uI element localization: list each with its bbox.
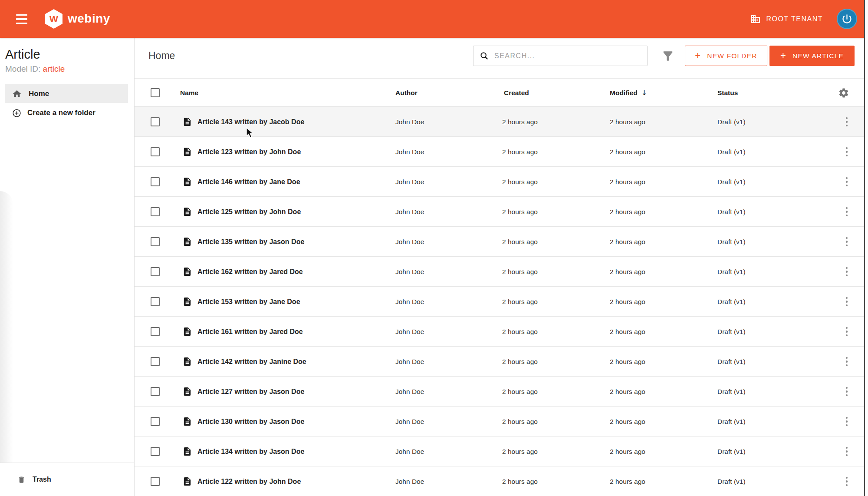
row-name[interactable]: Article 123 written by John Doe bbox=[197, 137, 301, 167]
sidebar-item-home[interactable]: Home bbox=[5, 84, 128, 103]
column-header-created[interactable]: Created bbox=[504, 79, 529, 107]
document-icon bbox=[182, 147, 192, 157]
row-checkbox[interactable] bbox=[151, 207, 160, 216]
tenant-selector[interactable]: ROOT TENANT bbox=[750, 0, 823, 38]
row-name[interactable]: Article 161 written by Jared Doe bbox=[197, 317, 303, 347]
row-name[interactable]: Article 127 written by Jason Doe bbox=[197, 377, 304, 407]
column-header-author[interactable]: Author bbox=[395, 79, 418, 107]
row-checkbox[interactable] bbox=[151, 177, 160, 186]
toolbar: Home + NEW FOLDER + NEW ARTICLE bbox=[135, 38, 864, 79]
table-row[interactable]: Article 130 written by Jason Doe John Do… bbox=[135, 407, 864, 436]
row-name[interactable]: Article 162 written by Jared Doe bbox=[197, 257, 303, 287]
row-actions-kebab-icon[interactable] bbox=[843, 354, 851, 369]
row-checkbox[interactable] bbox=[151, 147, 160, 156]
row-name[interactable]: Article 134 written by Jason Doe bbox=[197, 436, 304, 466]
row-modified: 2 hours ago bbox=[610, 137, 645, 167]
search-input[interactable] bbox=[494, 52, 647, 60]
new-article-button[interactable]: + NEW ARTICLE bbox=[769, 46, 855, 66]
row-name[interactable]: Article 125 written by John Doe bbox=[197, 197, 301, 227]
row-checkbox[interactable] bbox=[151, 447, 160, 456]
table-row[interactable]: Article 123 written by John Doe John Doe… bbox=[135, 137, 864, 167]
row-checkbox[interactable] bbox=[151, 417, 160, 426]
table-settings-gear-icon[interactable] bbox=[838, 87, 849, 99]
row-modified: 2 hours ago bbox=[610, 167, 645, 197]
row-modified: 2 hours ago bbox=[610, 257, 645, 287]
model-id-label: Model ID: bbox=[5, 64, 40, 73]
new-article-label: NEW ARTICLE bbox=[792, 52, 844, 60]
row-name[interactable]: Article 153 written by Jane Doe bbox=[197, 287, 300, 317]
row-actions-kebab-icon[interactable] bbox=[843, 205, 851, 219]
scrollbar[interactable] bbox=[864, 0, 868, 496]
table-row[interactable]: Article 146 written by Jane Doe John Doe… bbox=[135, 167, 864, 197]
row-modified: 2 hours ago bbox=[610, 407, 645, 436]
user-avatar[interactable] bbox=[837, 9, 857, 29]
row-actions-kebab-icon[interactable] bbox=[843, 324, 851, 339]
row-name[interactable]: Article 135 written by Jason Doe bbox=[197, 227, 304, 257]
row-actions-kebab-icon[interactable] bbox=[843, 444, 851, 459]
row-actions-kebab-icon[interactable] bbox=[843, 145, 851, 159]
filter-icon[interactable] bbox=[661, 49, 675, 63]
row-modified: 2 hours ago bbox=[610, 317, 645, 347]
table-header: Name Author Created Modified ↓ Status bbox=[135, 79, 864, 107]
row-actions-kebab-icon[interactable] bbox=[843, 384, 851, 399]
search-box[interactable] bbox=[473, 46, 648, 66]
row-actions-kebab-icon[interactable] bbox=[843, 294, 851, 309]
row-checkbox[interactable] bbox=[151, 327, 160, 336]
column-header-modified-label: Modified bbox=[610, 89, 638, 97]
row-name[interactable]: Article 130 written by Jason Doe bbox=[197, 407, 304, 436]
document-icon bbox=[182, 117, 192, 127]
row-checkbox[interactable] bbox=[151, 237, 160, 246]
column-header-name[interactable]: Name bbox=[180, 79, 198, 107]
document-icon bbox=[182, 387, 192, 397]
table-row[interactable]: Article 135 written by Jason Doe John Do… bbox=[135, 227, 864, 257]
row-checkbox[interactable] bbox=[151, 477, 160, 486]
model-id-value[interactable]: article bbox=[43, 64, 65, 73]
column-header-status[interactable]: Status bbox=[717, 79, 738, 107]
row-author: John Doe bbox=[395, 287, 424, 317]
new-folder-button[interactable]: + NEW FOLDER bbox=[685, 46, 767, 66]
create-folder-button[interactable]: Create a new folder bbox=[0, 103, 134, 123]
table-row[interactable]: Article 153 written by Jane Doe John Doe… bbox=[135, 287, 864, 317]
row-status: Draft (v1) bbox=[717, 167, 746, 197]
plus-icon: + bbox=[780, 51, 786, 60]
table-row[interactable]: Article 122 written by John Doe John Doe… bbox=[135, 466, 864, 496]
sidebar-item-trash-label: Trash bbox=[33, 476, 51, 483]
table-row[interactable]: Article 143 written by Jacob Doe John Do… bbox=[135, 107, 864, 137]
sidebar-item-trash[interactable]: Trash bbox=[0, 463, 134, 496]
row-actions-kebab-icon[interactable] bbox=[843, 235, 851, 249]
table-row[interactable]: Article 142 written by Janine Doe John D… bbox=[135, 347, 864, 377]
row-name[interactable]: Article 143 written by Jacob Doe bbox=[197, 107, 304, 137]
row-actions-kebab-icon[interactable] bbox=[843, 265, 851, 279]
select-all-checkbox[interactable] bbox=[151, 88, 160, 97]
menu-icon[interactable] bbox=[16, 14, 27, 24]
row-actions-kebab-icon[interactable] bbox=[843, 115, 851, 129]
table-row[interactable]: Article 125 written by John Doe John Doe… bbox=[135, 197, 864, 227]
table-row[interactable]: Article 161 written by Jared Doe John Do… bbox=[135, 317, 864, 347]
sidebar-item-home-label: Home bbox=[29, 89, 49, 98]
row-checkbox[interactable] bbox=[151, 387, 160, 396]
row-author: John Doe bbox=[395, 227, 424, 257]
row-actions-kebab-icon[interactable] bbox=[843, 474, 851, 489]
row-modified: 2 hours ago bbox=[610, 197, 645, 227]
row-actions-kebab-icon[interactable] bbox=[843, 414, 851, 429]
table-row[interactable]: Article 162 written by Jared Doe John Do… bbox=[135, 257, 864, 287]
row-name[interactable]: Article 142 written by Janine Doe bbox=[197, 347, 306, 377]
table-row[interactable]: Article 134 written by Jason Doe John Do… bbox=[135, 436, 864, 466]
row-checkbox[interactable] bbox=[151, 117, 160, 126]
table-row[interactable]: Article 127 written by Jason Doe John Do… bbox=[135, 377, 864, 407]
row-name[interactable]: Article 146 written by Jane Doe bbox=[197, 167, 300, 197]
row-actions-kebab-icon[interactable] bbox=[843, 175, 851, 189]
row-status: Draft (v1) bbox=[717, 436, 746, 466]
row-checkbox[interactable] bbox=[151, 267, 160, 276]
row-author: John Doe bbox=[395, 197, 424, 227]
row-author: John Doe bbox=[395, 347, 424, 377]
webiny-logo-icon[interactable]: W bbox=[45, 9, 62, 29]
row-status: Draft (v1) bbox=[717, 107, 746, 137]
row-checkbox[interactable] bbox=[151, 297, 160, 306]
model-id-line: Model ID: article bbox=[5, 64, 134, 74]
row-checkbox[interactable] bbox=[151, 357, 160, 366]
row-name[interactable]: Article 122 written by John Doe bbox=[197, 466, 301, 496]
column-header-modified[interactable]: Modified ↓ bbox=[610, 79, 647, 107]
row-status: Draft (v1) bbox=[717, 407, 746, 436]
row-created: 2 hours ago bbox=[502, 227, 538, 257]
